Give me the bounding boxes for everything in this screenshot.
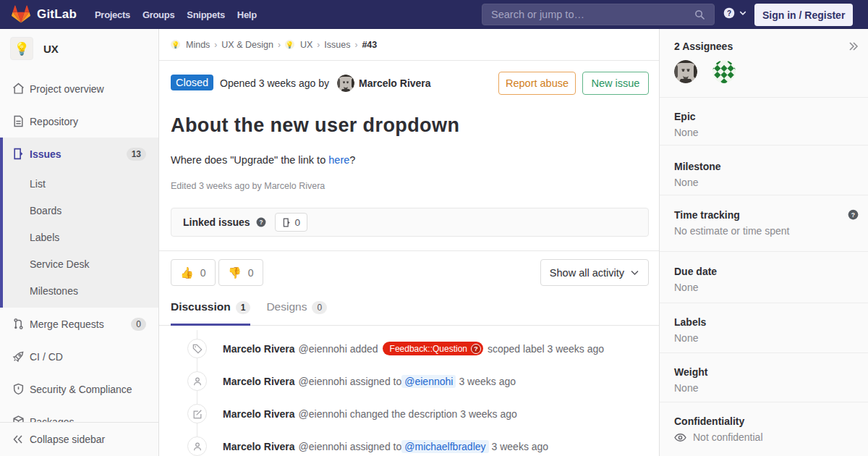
svg-text:?: ?: [727, 9, 731, 17]
svg-text:?: ?: [259, 219, 263, 226]
svg-text:?: ?: [851, 211, 855, 219]
